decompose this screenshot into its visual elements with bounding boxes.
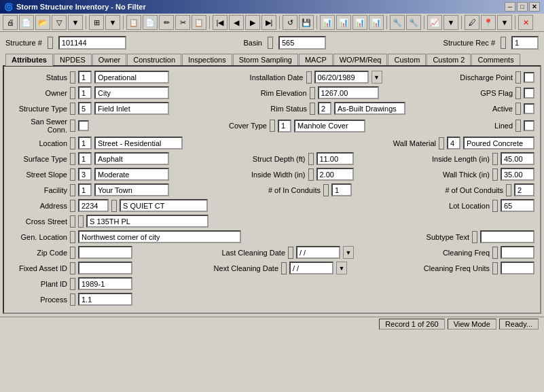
chart4-button[interactable]: 📊 bbox=[369, 15, 384, 30]
tab-npdes[interactable]: NPDES bbox=[54, 54, 92, 65]
process-input[interactable] bbox=[78, 293, 132, 306]
tab-wo-pm[interactable]: WO/PM/Req bbox=[333, 54, 388, 65]
chart3-button[interactable]: 📊 bbox=[352, 15, 367, 30]
surface-num[interactable] bbox=[78, 152, 92, 165]
filter-dropdown[interactable]: ▼ bbox=[68, 15, 83, 30]
rim-status-num[interactable] bbox=[318, 102, 331, 115]
owner-num[interactable] bbox=[78, 86, 92, 99]
cancel-button[interactable]: ✕ bbox=[518, 15, 533, 30]
chart1-button[interactable]: 📊 bbox=[320, 15, 335, 30]
subtype-text-input[interactable] bbox=[480, 230, 534, 243]
cover-type-value[interactable] bbox=[294, 120, 365, 132]
wall-material-value[interactable] bbox=[463, 137, 534, 149]
cleaning-freq-units-input[interactable] bbox=[501, 262, 534, 274]
surface-value[interactable] bbox=[94, 152, 169, 165]
last-cleaning-input[interactable] bbox=[296, 246, 340, 259]
new-button[interactable]: 📄 bbox=[19, 15, 34, 30]
basin-input[interactable] bbox=[278, 36, 326, 50]
zip-code-input[interactable] bbox=[78, 246, 132, 259]
first-button[interactable]: |◀ bbox=[213, 15, 228, 30]
graph-button[interactable]: 📈 bbox=[427, 15, 442, 30]
print-button[interactable]: 🖨 bbox=[3, 15, 18, 30]
save-button[interactable]: 💾 bbox=[299, 15, 314, 30]
install-date-input[interactable] bbox=[314, 71, 369, 84]
street-slope-value[interactable] bbox=[94, 168, 169, 181]
inside-width-input[interactable] bbox=[316, 168, 354, 181]
status-value[interactable] bbox=[94, 71, 169, 84]
cut-button[interactable]: ✂ bbox=[175, 15, 190, 30]
rim-elevation-input[interactable] bbox=[318, 86, 379, 99]
copy-button[interactable]: 📋 bbox=[192, 15, 206, 30]
tool2-button[interactable]: 🔧 bbox=[406, 15, 421, 30]
facility-value[interactable] bbox=[94, 183, 169, 196]
san-sewer-check[interactable] bbox=[78, 120, 89, 131]
status-num[interactable] bbox=[78, 71, 92, 84]
wall-material-num[interactable] bbox=[447, 137, 460, 149]
refresh-button[interactable]: ↺ bbox=[283, 15, 297, 30]
close-button[interactable]: ✕ bbox=[529, 2, 540, 12]
tab-custom[interactable]: Custom bbox=[388, 54, 426, 65]
lot-location-input[interactable] bbox=[501, 199, 534, 212]
maximize-button[interactable]: □ bbox=[517, 2, 528, 12]
cover-type-num[interactable] bbox=[278, 120, 291, 132]
cross-street-input[interactable] bbox=[86, 215, 208, 228]
tab-comments[interactable]: Comments bbox=[471, 54, 520, 65]
cleaning-freq-input[interactable] bbox=[501, 246, 534, 259]
struct-type-label: Structure Type bbox=[10, 105, 67, 113]
wall-material-ind bbox=[439, 137, 444, 149]
tab-construction[interactable]: Construction bbox=[127, 54, 181, 65]
facility-num[interactable] bbox=[78, 183, 92, 196]
wall-thick-input[interactable] bbox=[501, 168, 534, 181]
graph-dropdown[interactable]: ▼ bbox=[443, 15, 458, 30]
struct-rec-input[interactable] bbox=[511, 36, 539, 50]
location-value[interactable] bbox=[94, 137, 183, 149]
rim-status-value[interactable] bbox=[334, 102, 405, 115]
filter-button[interactable]: ▽ bbox=[52, 15, 67, 30]
pen-button[interactable]: 🖊 bbox=[465, 15, 479, 30]
struct-type-value[interactable] bbox=[94, 102, 169, 115]
tab-macp[interactable]: MACP bbox=[299, 54, 333, 65]
pin-button[interactable]: 📍 bbox=[481, 15, 496, 30]
grid-dropdown[interactable]: ▼ bbox=[105, 15, 120, 30]
address-street[interactable] bbox=[120, 199, 208, 212]
next-button[interactable]: ▶ bbox=[245, 15, 260, 30]
grid-button[interactable]: ⊞ bbox=[89, 15, 104, 30]
next-cleaning-input[interactable] bbox=[289, 262, 333, 274]
inside-length-input[interactable] bbox=[501, 152, 534, 165]
tab-inspections[interactable]: Inspections bbox=[182, 54, 232, 65]
edit-button[interactable]: ✏ bbox=[159, 15, 174, 30]
out-conduits-input[interactable] bbox=[514, 183, 534, 196]
report-button[interactable]: 📄 bbox=[143, 15, 158, 30]
form-button[interactable]: 📋 bbox=[126, 15, 141, 30]
discharge-point-check[interactable] bbox=[524, 72, 534, 83]
prev-button[interactable]: ◀ bbox=[229, 15, 244, 30]
install-date-dropdown[interactable]: ▼ bbox=[371, 71, 382, 84]
struct-type-num[interactable] bbox=[78, 102, 92, 115]
next-cleaning-dropdown[interactable]: ▼ bbox=[336, 262, 347, 274]
tab-attributes[interactable]: Attributes bbox=[5, 54, 53, 66]
location-num[interactable] bbox=[78, 137, 92, 149]
pin-dropdown[interactable]: ▼ bbox=[497, 15, 512, 30]
street-slope-num[interactable] bbox=[78, 168, 92, 181]
last-cleaning-dropdown[interactable]: ▼ bbox=[343, 246, 354, 259]
plant-id-input[interactable] bbox=[78, 277, 132, 290]
owner-value[interactable] bbox=[94, 86, 169, 99]
last-button[interactable]: ▶| bbox=[261, 15, 276, 30]
structure-input[interactable] bbox=[58, 36, 126, 50]
gen-location-input[interactable] bbox=[78, 230, 241, 243]
tab-storm-sampling[interactable]: Storm Sampling bbox=[233, 54, 298, 65]
fixed-asset-input[interactable] bbox=[78, 262, 132, 274]
struct-depth-input[interactable] bbox=[316, 152, 354, 165]
gps-flag-check[interactable] bbox=[524, 88, 534, 99]
tab-custom2[interactable]: Custom 2 bbox=[427, 54, 471, 65]
in-conduits-input[interactable] bbox=[331, 183, 352, 196]
lined-check[interactable] bbox=[524, 120, 534, 131]
tab-owner[interactable]: Owner bbox=[92, 54, 126, 65]
minimize-button[interactable]: ─ bbox=[505, 2, 515, 12]
address-num[interactable] bbox=[78, 199, 109, 212]
tabs-container: Attributes NPDES Owner Construction Insp… bbox=[3, 54, 541, 65]
tool1-button[interactable]: 🔧 bbox=[390, 15, 405, 30]
open-button[interactable]: 📂 bbox=[35, 15, 50, 30]
chart2-button[interactable]: 📊 bbox=[336, 15, 351, 30]
active-check[interactable] bbox=[524, 103, 534, 114]
